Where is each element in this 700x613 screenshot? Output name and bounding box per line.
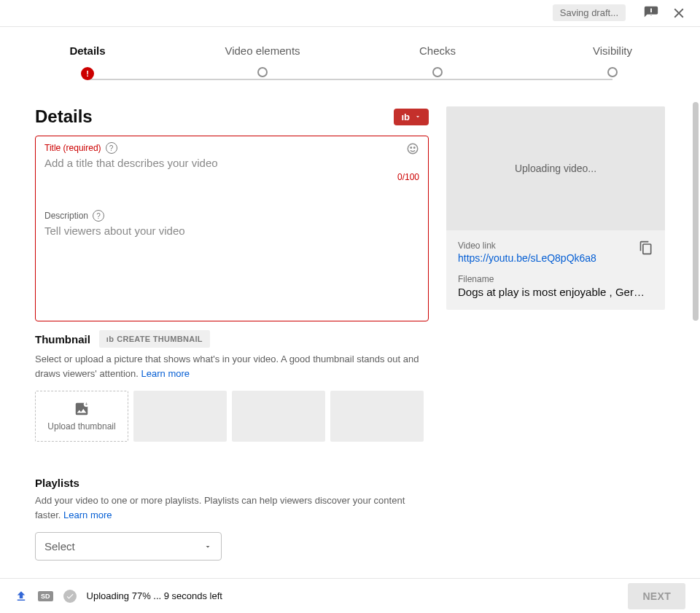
video-preview-placeholder: Uploading video...	[446, 106, 665, 230]
thumbnail-section: Thumbnail ıb CREATE THUMBNAIL Select or …	[35, 330, 429, 442]
video-link[interactable]: https://youtu.be/sLeQ8pQk6a8	[458, 252, 596, 264]
sd-badge: SD	[38, 591, 53, 601]
upload-thumbnail-button[interactable]: + Upload thumbnail	[35, 391, 128, 442]
help-icon[interactable]: ?	[93, 210, 104, 222]
step-label: Visibility	[593, 44, 632, 57]
scrollbar-thumb[interactable]	[693, 102, 699, 321]
svg-point-1	[411, 147, 412, 149]
step-label: Checks	[419, 44, 456, 57]
thumbnail-heading: Thumbnail	[35, 333, 90, 345]
next-button[interactable]: NEXT	[628, 583, 685, 609]
check-circle-icon	[63, 590, 77, 603]
step-checks[interactable]: Checks	[350, 44, 525, 80]
playlist-select[interactable]: Select	[35, 532, 222, 561]
emoji-icon[interactable]	[406, 142, 419, 155]
svg-point-0	[408, 144, 418, 154]
title-field[interactable]: Title (required) ? 0/100	[36, 136, 428, 190]
chevron-down-icon	[203, 542, 212, 551]
description-input[interactable]	[44, 222, 419, 309]
svg-text:+: +	[85, 401, 88, 407]
step-label: Details	[69, 44, 105, 57]
feedback-icon[interactable]	[643, 5, 659, 21]
add-image-icon: +	[74, 401, 90, 417]
step-visibility[interactable]: Visibility	[525, 44, 700, 80]
upload-icon	[15, 590, 28, 603]
video-preview-panel: Uploading video... Video link https://yo…	[446, 106, 665, 310]
title-char-count: 0/100	[44, 172, 419, 182]
saving-draft-badge: Saving draft...	[553, 4, 626, 21]
thumbnail-option[interactable]	[232, 391, 325, 442]
video-link-label: Video link	[458, 241, 596, 251]
step-video-elements[interactable]: Video elements	[175, 44, 350, 80]
title-label-text: Title (required)	[44, 143, 101, 153]
close-icon[interactable]	[671, 5, 687, 21]
chevron-down-icon	[414, 113, 421, 120]
playlists-subtext: Add your video to one or more playlists.…	[35, 493, 429, 522]
tubebuddy-badge[interactable]: ıb	[394, 109, 429, 125]
details-heading: Details	[35, 106, 93, 127]
filename-value: Dogs at play is most enjoyable , German…	[458, 286, 653, 298]
thumbnail-option[interactable]	[330, 391, 424, 442]
copy-link-button[interactable]	[639, 241, 653, 255]
help-icon[interactable]: ?	[106, 142, 117, 154]
step-label: Video elements	[225, 44, 300, 57]
step-dot	[432, 67, 443, 77]
description-field[interactable]: Description ?	[36, 204, 428, 321]
filename-label: Filename	[458, 274, 653, 284]
playlists-learn-more-link[interactable]: Learn more	[63, 509, 112, 520]
details-error-highlight: Title (required) ? 0/100 Description ?	[35, 136, 429, 321]
step-dot	[257, 67, 268, 77]
footer: SD Uploading 77% ... 9 seconds left NEXT	[0, 578, 700, 613]
title-input[interactable]	[44, 154, 419, 172]
playlists-section: Playlists Add your video to one or more …	[35, 477, 429, 561]
tubebuddy-small-icon: ıb	[106, 335, 114, 343]
upload-status: Uploading 77% ... 9 seconds left	[87, 590, 222, 601]
thumbnail-subtext: Select or upload a picture that shows wh…	[35, 352, 429, 380]
thumbnail-option[interactable]	[133, 391, 227, 442]
upload-stepper: Details Video elements Checks Visibility	[0, 27, 700, 106]
step-dot	[607, 67, 618, 77]
step-details[interactable]: Details	[0, 44, 175, 80]
create-thumbnail-button[interactable]: ıb CREATE THUMBNAIL	[99, 330, 210, 348]
description-label-text: Description	[44, 211, 88, 221]
thumbnail-learn-more-link[interactable]: Learn more	[141, 368, 190, 379]
alert-icon	[81, 67, 94, 80]
topbar: Saving draft...	[0, 0, 700, 26]
svg-point-2	[414, 147, 416, 149]
playlists-heading: Playlists	[35, 477, 429, 489]
